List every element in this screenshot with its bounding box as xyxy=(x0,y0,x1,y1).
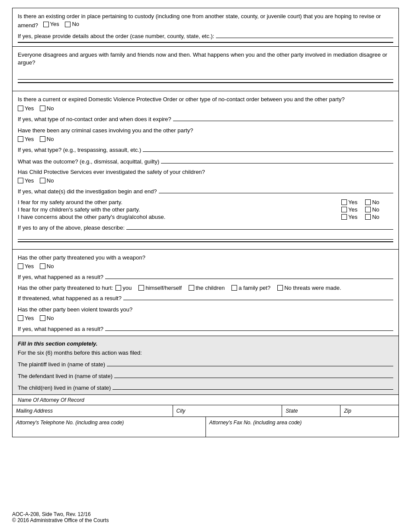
existing-order-followup-line[interactable] xyxy=(216,31,393,38)
criminal-followup-line[interactable] xyxy=(143,145,393,152)
threatened-you[interactable]: you xyxy=(116,285,132,291)
fear-1-yes[interactable]: Yes xyxy=(341,199,357,205)
city-cell: City xyxy=(173,405,283,417)
phone-cell: Attorney's Telephone No. (including area… xyxy=(13,417,206,437)
dv-order-yes[interactable]: Yes xyxy=(18,105,34,112)
violent-no[interactable]: No xyxy=(40,315,54,321)
zip-cell: Zip xyxy=(340,405,398,417)
cps-yes-box[interactable] xyxy=(18,178,23,183)
fear-1-label: I fear for my safety around the other pa… xyxy=(18,199,337,205)
fear-1-checks: Yes No xyxy=(341,199,393,205)
criminal-cases-block: Have there been any criminal cases invol… xyxy=(18,127,393,153)
existing-order-followup-label: If yes, please provide details about the… xyxy=(18,33,214,39)
fear-row-2: I fear for my children's safety with the… xyxy=(18,206,393,213)
violent-yes-box[interactable] xyxy=(18,315,23,321)
dv-order-no-box[interactable] xyxy=(40,106,45,111)
threatened-you-box[interactable] xyxy=(116,285,121,291)
fear-1-no-box[interactable] xyxy=(365,199,371,205)
fear-2-no-box[interactable] xyxy=(365,207,371,212)
fear-3-no[interactable]: No xyxy=(365,214,379,220)
criminal-yes-box[interactable] xyxy=(18,136,23,142)
violent-followup-label: If yes, what happened as a result? xyxy=(18,326,103,332)
violent-followup-line[interactable] xyxy=(105,324,393,331)
fill-heading: Fill in this section completely. xyxy=(18,340,393,347)
violent-yes[interactable]: Yes xyxy=(18,315,34,321)
cps-followup-label: If yes, what date(s) did the investigati… xyxy=(18,188,157,195)
dv-order-followup-label: If yes, what type of no-contact order an… xyxy=(18,116,171,122)
fear-followup-line[interactable] xyxy=(126,223,393,230)
fear-2-yes[interactable]: Yes xyxy=(341,206,357,213)
weapon-no[interactable]: No xyxy=(40,263,54,269)
threatened-followup-line[interactable] xyxy=(123,293,393,300)
fear-row-3: I have concerns about the other party's … xyxy=(18,214,393,220)
disagree-answer-line[interactable] xyxy=(18,73,393,80)
threatened-himself[interactable]: himself/herself xyxy=(138,285,182,291)
fear-extra-line[interactable] xyxy=(18,233,393,240)
weapon-followup-line[interactable] xyxy=(105,272,393,279)
disagree-section: Everyone disagrees and argues with famil… xyxy=(12,47,399,91)
weapon-yes-box[interactable] xyxy=(18,263,23,269)
fax-cell: Attorney's Fax No. (including area code) xyxy=(206,417,399,437)
cps-no-box[interactable] xyxy=(40,178,45,183)
fear-3-yes[interactable]: Yes xyxy=(341,214,357,220)
fear-2-yes-box[interactable] xyxy=(341,207,347,212)
threatened-pet-box[interactable] xyxy=(231,285,237,291)
cps-yes[interactable]: Yes xyxy=(18,177,34,184)
existing-order-question: Is there an existing order in place pert… xyxy=(18,13,393,29)
threatened-none-box[interactable] xyxy=(277,285,283,291)
threatened-himself-box[interactable] xyxy=(138,285,144,291)
form-footer-line2: © 2016 Administrative Office of the Cour… xyxy=(12,517,399,523)
threatened-pet[interactable]: a family pet? xyxy=(231,285,270,291)
cps-block: Has Child Protective Services ever inves… xyxy=(18,168,393,195)
threatened-row: Has the other party threatened to hurt: … xyxy=(18,285,393,291)
phone-fax-row: Attorney's Telephone No. (including area… xyxy=(13,417,398,437)
form-footer: AOC-A-208, Side Two, Rev. 12/16 © 2016 A… xyxy=(12,498,399,523)
cps-no[interactable]: No xyxy=(40,177,54,184)
dv-order-yes-box[interactable] xyxy=(18,106,23,111)
fear-block: I fear for my safety around the other pa… xyxy=(18,199,393,246)
fear-2-no[interactable]: No xyxy=(365,206,379,213)
cps-followup-line[interactable] xyxy=(159,186,393,193)
dv-order-no[interactable]: No xyxy=(40,105,54,112)
fear-2-label: I fear for my children's safety with the… xyxy=(18,206,337,213)
fill-intro: For the six (6) months before this actio… xyxy=(18,349,393,356)
fear-3-yes-box[interactable] xyxy=(341,214,347,220)
violent-question: Has the other party been violent towards… xyxy=(18,306,393,314)
plaintiff-label: The plaintiff lived in (name of state) xyxy=(18,361,105,368)
outcome-line[interactable] xyxy=(161,157,393,163)
violent-no-box[interactable] xyxy=(40,315,45,321)
criminal-no[interactable]: No xyxy=(40,136,54,142)
fear-2-checks: Yes No xyxy=(341,206,393,213)
fear-1-yes-box[interactable] xyxy=(341,199,347,205)
fear-3-no-box[interactable] xyxy=(365,214,371,220)
defendant-line[interactable] xyxy=(114,371,393,378)
threatened-children-box[interactable] xyxy=(189,285,194,291)
existing-order-yes[interactable]: Yes xyxy=(43,20,59,28)
state-cell: State xyxy=(282,405,340,417)
child-label: The child(ren) lived in (name of state) xyxy=(18,385,111,391)
outcome-block: What was the outcome? (e.g., dismissal, … xyxy=(18,157,393,165)
outcome-label: What was the outcome? (e.g., dismissal, … xyxy=(18,158,159,165)
dv-order-section: Is there a current or expired Domestic V… xyxy=(12,91,399,250)
child-line[interactable] xyxy=(112,383,393,390)
criminal-yes[interactable]: Yes xyxy=(18,136,34,142)
fear-1-no[interactable]: No xyxy=(365,199,379,205)
form-footer-line1: AOC-A-208, Side Two, Rev. 12/16 xyxy=(12,511,399,517)
fear-followup-label: If yes to any of the above, please descr… xyxy=(18,224,125,231)
existing-order-no[interactable]: No xyxy=(65,20,79,28)
existing-order-no-box[interactable] xyxy=(65,22,71,27)
criminal-no-box[interactable] xyxy=(40,136,45,142)
weapon-question: Has the other party threatened you with … xyxy=(18,254,393,262)
threatened-block: Has the other party threatened to hurt: … xyxy=(18,285,393,301)
existing-order-separator xyxy=(18,42,393,43)
threatened-children[interactable]: the children xyxy=(189,285,225,291)
existing-order-yes-box[interactable] xyxy=(43,22,49,27)
weapon-no-box[interactable] xyxy=(40,263,45,269)
plaintiff-line[interactable] xyxy=(107,359,393,366)
dv-order-question: Is there a current or expired Domestic V… xyxy=(18,96,393,103)
weapon-yes[interactable]: Yes xyxy=(18,263,34,269)
threatened-none[interactable]: No threats were made. xyxy=(277,285,341,291)
criminal-followup-label: If yes, what type? (e.g., trespassing, a… xyxy=(18,147,141,153)
dv-order-followup-line[interactable] xyxy=(173,114,393,121)
existing-order-section: Is there an existing order in place pert… xyxy=(12,8,399,47)
